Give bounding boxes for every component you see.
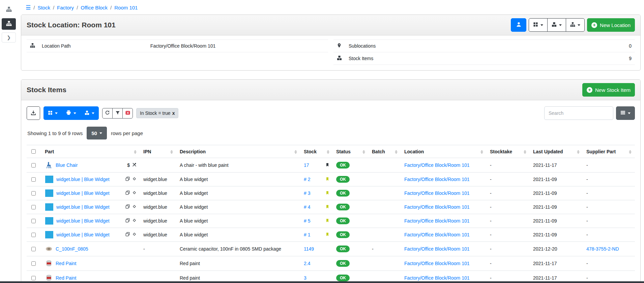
location-link[interactable]: Factory/Office Block/Room 101 [404, 190, 469, 196]
row-checkbox[interactable] [31, 247, 36, 251]
part-link[interactable]: widget.blue | Blue Widget [56, 204, 110, 210]
row-checkbox[interactable] [31, 233, 36, 237]
download-button[interactable] [27, 106, 40, 120]
sort-icon [134, 150, 137, 154]
column-header-status[interactable]: Status [333, 145, 369, 158]
part-link[interactable]: widget.blue | Blue Widget [56, 177, 110, 182]
location-link[interactable]: Factory/Office Block/Room 101 [404, 246, 469, 252]
row-checkbox[interactable] [31, 191, 36, 196]
sidebar-item-location-tree[interactable] [2, 4, 16, 16]
page-size-dropdown[interactable]: 50 [87, 127, 107, 139]
select-all-checkbox[interactable] [31, 149, 36, 154]
columns-dropdown[interactable] [616, 106, 635, 120]
breadcrumb-link-stock[interactable]: Stock [37, 5, 50, 10]
row-checkbox[interactable] [31, 219, 36, 223]
location-link[interactable]: Factory/Office Block/Room 101 [404, 261, 469, 266]
breadcrumb-link-factory[interactable]: Factory [57, 5, 74, 10]
row-checkbox[interactable] [31, 276, 36, 280]
location-link[interactable]: Factory/Office Block/Room 101 [404, 218, 469, 224]
stock-items-title: Stock Items [27, 86, 66, 94]
status-badge: OK [336, 190, 350, 197]
clear-filter-icon [125, 110, 130, 117]
clear-filters-button[interactable] [122, 108, 133, 119]
location-link[interactable]: Factory/Office Block/Room 101 [404, 162, 469, 168]
variant-diamond-icon [132, 177, 137, 182]
part-link[interactable]: Red Paint [56, 261, 76, 266]
new-stock-item-button[interactable]: + New Stock Item [582, 83, 635, 97]
part-link[interactable]: widget.blue | Blue Widget [56, 190, 110, 196]
barcode-actions-dropdown[interactable] [43, 106, 62, 120]
stock-actions-dropdown[interactable] [547, 18, 566, 32]
filter-tag-in-stock[interactable]: In Stock = true x [136, 108, 178, 118]
copy-icon [125, 190, 130, 196]
row-checkbox[interactable] [31, 261, 36, 266]
print-actions-dropdown[interactable] [62, 106, 81, 120]
serial-number-link[interactable]: # 2 [304, 177, 310, 182]
column-header-description[interactable]: Description [176, 145, 300, 158]
sidebar-expand-button[interactable]: ❯ [2, 32, 16, 43]
stock-options-dropdown[interactable] [80, 106, 99, 120]
search-input[interactable] [544, 106, 613, 120]
status-badge: OK [336, 176, 350, 183]
column-header-batch[interactable]: Batch [369, 145, 401, 158]
barcode-actions-dropdown[interactable] [529, 18, 548, 32]
stock-items-count-label: Stock Items [345, 52, 454, 65]
column-header-part[interactable]: Part [41, 145, 140, 158]
column-header-stocktake[interactable]: Stocktake [487, 145, 530, 158]
refresh-button[interactable] [102, 108, 113, 119]
part-link[interactable]: Blue Chair [56, 162, 78, 168]
breadcrumb-link-office-block[interactable]: Office Block [81, 5, 108, 10]
supplier-part-link[interactable]: 478-3755-2-ND [586, 246, 619, 252]
column-header-ipn[interactable]: IPN [140, 145, 176, 158]
bookmark-icon [325, 204, 329, 210]
row-checkbox[interactable] [31, 205, 36, 209]
caret-down-icon [74, 112, 76, 114]
serial-number-link[interactable]: # 5 [304, 218, 310, 224]
blue-widget-thumbnail [45, 189, 53, 197]
hamburger-menu-icon[interactable]: ☰ [26, 5, 31, 10]
part-link[interactable]: widget.blue | Blue Widget [56, 218, 110, 224]
stock-quantity-link[interactable]: 2.4 [304, 261, 310, 266]
location-panel-body: Location Path Factory/Office Block/Room … [21, 35, 640, 70]
footer-divider [0, 281, 644, 283]
sidebar-item-current-location[interactable] [2, 18, 16, 30]
breadcrumb: ☰ / Stock / Factory / Office Block / Roo… [18, 0, 644, 15]
stock-boxes-icon [552, 22, 557, 28]
location-link[interactable]: Factory/Office Block/Room 101 [404, 232, 469, 237]
new-location-button[interactable]: + New Location [587, 18, 635, 32]
location-tree-actions-dropdown[interactable] [566, 18, 585, 32]
column-header-stock[interactable]: Stock [300, 145, 333, 158]
column-header-last-updated[interactable]: Last Updated [530, 145, 583, 158]
breadcrumb-link-room-101[interactable]: Room 101 [114, 5, 138, 10]
serial-number-link[interactable]: # 3 [304, 190, 310, 196]
location-link[interactable]: Factory/Office Block/Room 101 [404, 204, 469, 210]
app-root: ❯ ☰ / Stock / Factory / Office Block / R… [0, 0, 644, 283]
stock-quantity-link[interactable]: 3 [304, 275, 306, 281]
part-link[interactable]: Red Paint [56, 275, 76, 281]
location-path-block: Location Path Factory/Office Block/Room … [27, 40, 328, 52]
filter-button[interactable] [112, 108, 123, 119]
location-link[interactable]: Factory/Office Block/Room 101 [404, 177, 469, 182]
tools-icon [132, 162, 137, 168]
user-actions-button[interactable] [511, 18, 526, 32]
column-header-location[interactable]: Location [401, 145, 487, 158]
serial-number-link[interactable]: # 1 [304, 232, 310, 237]
caret-down-icon [55, 112, 58, 114]
copy-icon [125, 204, 130, 210]
serial-number-link[interactable]: # 4 [304, 204, 310, 210]
stock-quantity-link[interactable]: 1149 [304, 246, 314, 252]
part-link[interactable]: C_100nF_0805 [56, 246, 88, 252]
dollar-icon: $ [127, 162, 130, 168]
location-link[interactable]: Factory/Office Block/Room 101 [404, 275, 469, 281]
filter-tag-remove[interactable]: x [172, 110, 175, 116]
location-path-label: Location Path [38, 40, 147, 52]
column-header-supplier-part[interactable]: Supplier Part [583, 145, 635, 158]
variant-diamond-icon [132, 218, 137, 224]
row-checkbox[interactable] [31, 163, 36, 168]
stock-quantity-link[interactable]: 17 [304, 162, 309, 168]
location-counts-block: Sublocations 0 Stock Items 9 [333, 40, 635, 65]
status-badge: OK [336, 231, 350, 238]
sort-icon [327, 150, 329, 154]
row-checkbox[interactable] [31, 177, 36, 182]
part-link[interactable]: widget.blue | Blue Widget [56, 232, 110, 237]
